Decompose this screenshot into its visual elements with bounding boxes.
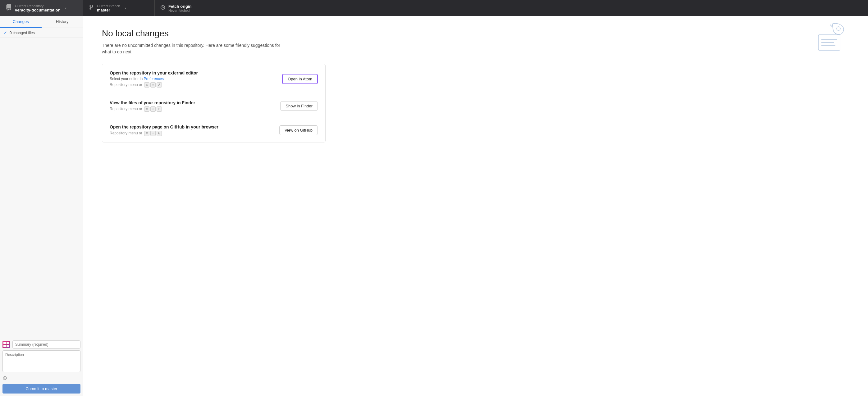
check-icon: ✓ — [4, 30, 7, 35]
avatar — [2, 341, 10, 348]
kbd-shift-g: ⇧ — [150, 131, 156, 136]
action-card-github-shortcut: Repository menu or ⌘ ⇧ G — [110, 131, 279, 136]
kbd-cmd3: ⌘ — [144, 131, 149, 136]
branch-name: master — [97, 8, 120, 12]
action-card-editor-title: Open the repository in your external edi… — [110, 70, 282, 75]
kbd-shift-f: ⇧ — [150, 106, 156, 112]
action-card-editor-shortcut: Repository menu or ⌘ ⇧ A — [110, 82, 282, 88]
fetch-label: Fetch origin — [168, 4, 191, 9]
action-cards: Open the repository in your external edi… — [102, 64, 326, 142]
repo-label: Current Repository — [15, 4, 61, 8]
repo-icon — [6, 4, 12, 12]
summary-input[interactable] — [12, 340, 81, 349]
action-card-github: Open the repository page on GitHub in yo… — [102, 118, 325, 142]
kbd-f: F — [157, 106, 162, 112]
content-header: No local changes There are no uncommitte… — [102, 29, 849, 55]
action-card-finder-shortcut: Repository menu or ⌘ ⇧ F — [110, 106, 280, 112]
changed-files-row: ✓ 0 changed files — [0, 28, 83, 38]
sidebar: Changes History ✓ 0 changed files ⊕ — [0, 16, 83, 396]
commit-summary-row — [2, 340, 81, 349]
repo-selector[interactable]: Current Repository veracity-documentatio… — [0, 0, 83, 16]
commit-area: ⊕ Commit to master — [0, 338, 83, 396]
toolbar: Current Repository veracity-documentatio… — [0, 0, 868, 16]
branch-selector[interactable]: Current Branch master ▾ — [83, 0, 155, 16]
no-changes-title: No local changes — [102, 29, 849, 38]
add-coauthor-button[interactable]: ⊕ — [2, 374, 81, 382]
description-input[interactable] — [2, 351, 81, 372]
changed-files-count: 0 changed files — [10, 31, 35, 35]
open-in-atom-button[interactable]: Open in Atom — [282, 74, 318, 84]
action-card-github-left: Open the repository page on GitHub in yo… — [110, 125, 279, 136]
repo-name: veracity-documentation — [15, 8, 61, 12]
kbd-cmd2: ⌘ — [144, 106, 149, 112]
no-changes-desc: There are no uncommitted changes in this… — [102, 42, 282, 55]
content-area: No local changes There are no uncommitte… — [83, 16, 868, 396]
show-in-finder-button[interactable]: Show in Finder — [280, 101, 318, 111]
preferences-link[interactable]: Preferences — [144, 77, 164, 81]
action-card-github-title: Open the repository page on GitHub in yo… — [110, 125, 279, 129]
action-card-finder-left: View the files of your repository in Fin… — [110, 100, 280, 112]
tab-changes[interactable]: Changes — [0, 16, 42, 28]
fetch-sub: Never fetched — [168, 9, 191, 12]
main-container: Changes History ✓ 0 changed files ⊕ — [0, 16, 868, 396]
commit-button[interactable]: Commit to master — [2, 384, 81, 394]
action-card-editor: Open the repository in your external edi… — [102, 64, 325, 94]
file-list — [0, 38, 83, 338]
branch-icon — [89, 5, 94, 11]
view-on-github-button[interactable]: View on GitHub — [279, 125, 318, 135]
fetch-origin-button[interactable]: Fetch origin Never fetched — [155, 0, 229, 16]
branch-label: Current Branch — [97, 4, 120, 8]
kbd-shift-a: ⇧ — [150, 82, 156, 88]
action-card-finder: View the files of your repository in Fin… — [102, 94, 325, 118]
kbd-cmd: ⌘ — [144, 82, 149, 88]
tab-history[interactable]: History — [42, 16, 83, 28]
kbd-g: G — [157, 131, 162, 136]
tab-bar: Changes History — [0, 16, 83, 28]
branch-chevron-icon: ▾ — [125, 6, 126, 10]
kbd-a: A — [157, 82, 162, 88]
fetch-icon — [160, 5, 165, 11]
action-card-editor-left: Open the repository in your external edi… — [110, 70, 282, 88]
action-card-editor-sub: Select your editor in Preferences — [110, 77, 282, 81]
action-card-finder-title: View the files of your repository in Fin… — [110, 100, 280, 105]
repo-chevron-icon: ▾ — [65, 6, 66, 10]
